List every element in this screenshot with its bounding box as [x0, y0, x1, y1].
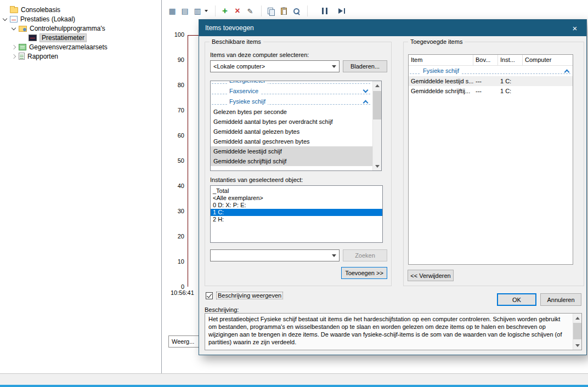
- tree-item-consolebasis[interactable]: Consolebasis: [0, 5, 161, 14]
- y-axis-line: [188, 35, 188, 287]
- counter-category-fysieke-schijf[interactable]: Fysieke schijf: [211, 96, 372, 107]
- legend-column-header: Weerg...: [168, 335, 200, 348]
- scroll-up-icon[interactable]: [373, 81, 381, 90]
- triangle-down-icon: [575, 344, 580, 347]
- tree-item-label: Consolebasis: [21, 6, 60, 14]
- copy-icon[interactable]: [265, 5, 276, 16]
- chevron-down-icon: [332, 254, 336, 257]
- status-bar: [0, 373, 588, 385]
- y-axis-tick: 50: [178, 157, 184, 164]
- description-box: Het prestatieobject Fysieke schijf besta…: [205, 313, 582, 350]
- column-header-computer[interactable]: Computer: [523, 55, 573, 65]
- y-axis-tick: 90: [178, 56, 184, 63]
- counter-item-selected[interactable]: Gemiddelde leestijd schijf: [211, 146, 372, 156]
- tree-item-prestaties[interactable]: Prestaties (Lokaal): [0, 14, 161, 24]
- chevron-collapsed-icon[interactable]: [12, 54, 16, 58]
- tree-item-gegevensverzamelaarsets[interactable]: Gegevensverzamelaarsets: [0, 42, 161, 52]
- counter-category-label: Faxservice: [227, 88, 261, 94]
- update-data-icon-glyph: [338, 8, 345, 14]
- added-item-parent: ---: [473, 76, 498, 86]
- delete-counter-icon[interactable]: ×: [232, 5, 243, 16]
- added-group-label: Fysieke schijf: [421, 67, 461, 74]
- tree-item-label: Rapporten: [27, 53, 58, 60]
- counter-item-selected[interactable]: Gemiddelde schrijftijd schijf: [211, 156, 372, 166]
- app-window: Consolebasis Prestaties (Lokaal) Control…: [0, 0, 588, 387]
- tree-item-rapporten[interactable]: Rapporten: [0, 52, 161, 61]
- view-icon[interactable]: ▦: [167, 5, 178, 16]
- close-icon[interactable]: ×: [563, 20, 586, 36]
- checkbox-checked-icon[interactable]: [206, 292, 213, 299]
- computer-combo[interactable]: <Lokale computer>: [210, 60, 340, 72]
- scroll-up-icon[interactable]: [573, 314, 581, 322]
- instances-label: Instanties van geselecteerd object:: [210, 177, 303, 183]
- remove-button[interactable]: << Verwijderen: [408, 270, 454, 281]
- y-axis-tick: 70: [178, 107, 184, 113]
- counter-list[interactable]: Energiemeter Faxservice Fysieke schijf G…: [210, 81, 382, 171]
- added-items-header: Item Bov... Inst... Computer: [409, 55, 573, 66]
- cancel-button[interactable]: Annuleren: [540, 293, 581, 306]
- combo-dropdown-zone[interactable]: [329, 251, 338, 260]
- update-data-icon[interactable]: [336, 5, 347, 16]
- column-header-item[interactable]: Item: [409, 55, 473, 65]
- added-item-row[interactable]: Gemiddelde leestijd s... --- 1 C:: [409, 76, 573, 86]
- counter-category-energiemeter[interactable]: Energiemeter: [211, 81, 372, 86]
- scroll-down-icon[interactable]: [373, 162, 381, 170]
- tree-item-prestatiemeter[interactable]: Prestatiemeter: [0, 33, 161, 42]
- instance-item[interactable]: 0 D: X: P: E:: [211, 202, 382, 209]
- performance-icon: [10, 16, 18, 22]
- select-computer-label: Items van deze computer selecteren:: [210, 52, 309, 58]
- chevron-expanded-icon[interactable]: [3, 16, 7, 20]
- instance-item[interactable]: _Total: [211, 187, 382, 195]
- show-description-label[interactable]: Beschrijving weergeven: [216, 292, 283, 299]
- instance-item[interactable]: <Alle exemplaren>: [211, 195, 382, 202]
- description-scrollbar[interactable]: [573, 314, 581, 350]
- toolbar-separator: [261, 5, 262, 16]
- chart-type-dropdown-caret-icon[interactable]: [205, 10, 208, 12]
- add-button[interactable]: Toevoegen >>: [341, 267, 387, 279]
- chevron-expanded-icon[interactable]: [12, 25, 16, 30]
- counter-category-label: Energiemeter: [227, 81, 268, 84]
- instance-list[interactable]: _Total <Alle exemplaren> 0 D: X: P: E: 1…: [210, 185, 383, 243]
- tree-item-label: Prestaties (Lokaal): [20, 15, 75, 23]
- added-items-table[interactable]: Item Bov... Inst... Computer Fysieke sch…: [408, 54, 573, 265]
- edit-icon[interactable]: ✎: [245, 5, 256, 16]
- instance-item-selected[interactable]: 1 C:: [211, 209, 382, 216]
- add-counter-icon[interactable]: +: [219, 5, 230, 16]
- counter-item[interactable]: Gelezen bytes per seconde: [211, 107, 372, 117]
- browse-button[interactable]: Bladeren...: [343, 60, 387, 72]
- added-item-instance: 1 C:: [498, 86, 523, 96]
- instance-item[interactable]: 2 H:: [211, 216, 382, 223]
- chevron-collapsed-icon[interactable]: [12, 44, 16, 49]
- combo-dropdown-zone[interactable]: [329, 61, 338, 71]
- zoom-icon[interactable]: [291, 5, 302, 16]
- window-bottom-border: [0, 385, 588, 387]
- scroll-down-icon[interactable]: [573, 341, 581, 350]
- counter-item[interactable]: Gemiddeld aantal bytes per overdracht sc…: [211, 117, 372, 127]
- pause-icon[interactable]: [319, 5, 330, 16]
- paste-icon[interactable]: [278, 5, 289, 16]
- chevron-down-icon: [332, 65, 336, 68]
- log-icon[interactable]: ▤: [179, 5, 190, 16]
- counter-list-scrollbar[interactable]: [372, 81, 381, 170]
- column-header-bovenliggend[interactable]: Bov...: [473, 55, 498, 65]
- scrollbar-thumb[interactable]: [373, 91, 381, 119]
- counter-category-faxservice[interactable]: Faxservice: [211, 86, 372, 96]
- data-collector-sets-icon: [19, 44, 26, 50]
- added-group-fysieke-schijf[interactable]: Fysieke schijf: [409, 66, 573, 76]
- show-description-row[interactable]: Beschrijving weergeven: [206, 292, 283, 299]
- chevron-down-icon[interactable]: [363, 88, 369, 93]
- y-axis-tick: 20: [178, 233, 184, 240]
- instance-search-combo[interactable]: [210, 249, 340, 261]
- dialog-titlebar[interactable]: Items toevoegen: [199, 20, 586, 36]
- added-item-row[interactable]: Gemiddelde schrijftij... --- 1 C:: [409, 86, 573, 96]
- column-header-instantie[interactable]: Inst...: [498, 55, 523, 65]
- pause-icon-glyph: [322, 8, 327, 14]
- console-tree-panel: Consolebasis Prestaties (Lokaal) Control…: [0, 0, 162, 373]
- tree-item-controlehulpprogrammas[interactable]: Controlehulpprogramma's: [0, 24, 161, 33]
- chart-type-icon[interactable]: ▥: [192, 5, 203, 16]
- ok-button[interactable]: OK: [497, 293, 536, 306]
- scrollbar-thumb[interactable]: [573, 323, 581, 339]
- counter-item[interactable]: Gemiddeld aantal gelezen bytes: [211, 127, 372, 136]
- counter-item[interactable]: Gemiddeld aantal geschreven bytes: [211, 136, 372, 146]
- toolbar-separator: [215, 5, 216, 16]
